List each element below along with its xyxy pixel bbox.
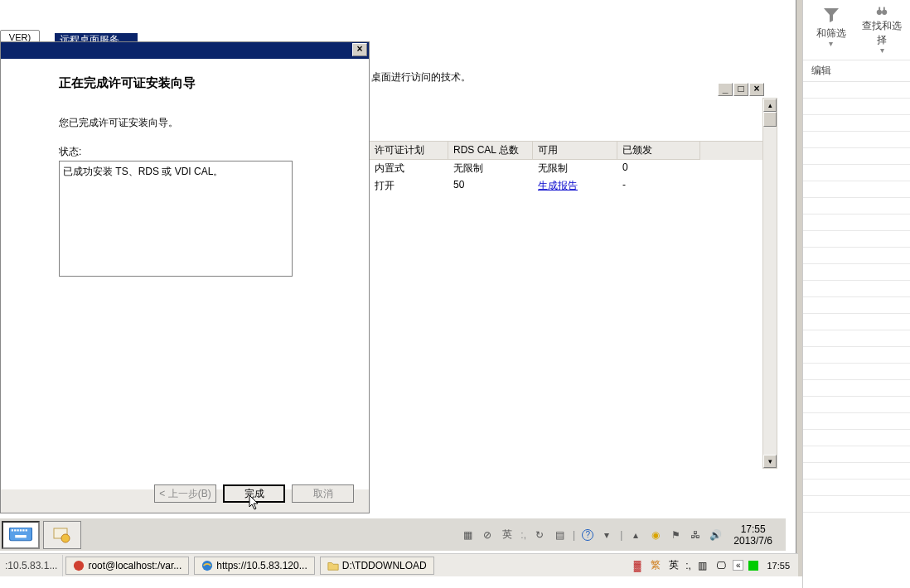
host-clock[interactable]: 17:55 (763, 561, 793, 571)
task-label: https://10.5.83.120... (216, 560, 307, 571)
list-item[interactable] (803, 165, 910, 181)
cell: 打开 (370, 177, 448, 195)
list-item[interactable] (803, 463, 910, 480)
col-available[interactable]: 可用 (533, 142, 617, 160)
wizard-close-button[interactable]: × (352, 43, 367, 56)
list-item[interactable] (803, 314, 910, 330)
taskbar-task-terminal[interactable]: root@localhost:/var... (65, 557, 189, 575)
svg-rect-5 (22, 529, 24, 531)
ime-lang-indicator[interactable]: 英 (667, 559, 680, 572)
tray-grid-icon[interactable]: ▦ (461, 528, 474, 542)
table-row[interactable]: 打开 50 生成报告 - (370, 177, 762, 195)
tray-volume-icon[interactable]: 🔊 (709, 528, 722, 542)
chevron-down-icon: ▾ (829, 39, 833, 48)
tray-status-icon[interactable] (748, 561, 758, 571)
list-item[interactable] (803, 413, 910, 430)
state-textbox[interactable]: 已成功安装 TS、RDS 或 VDI CAL。 (59, 161, 293, 277)
scroll-up-arrow[interactable]: ▴ (763, 99, 777, 112)
tray-refresh-icon[interactable]: ↻ (533, 528, 546, 542)
svg-point-9 (61, 534, 70, 542)
tray-keyboard-icon[interactable]: ▥ (696, 559, 709, 572)
tray-monitor-icon[interactable]: 🖵 (714, 559, 728, 572)
ie-icon (201, 560, 213, 571)
cell: 0 (617, 160, 700, 177)
list-item[interactable] (803, 115, 910, 132)
list-item[interactable] (803, 297, 910, 314)
tray-window-icon[interactable]: ▤ (553, 528, 566, 542)
right-sidebar: 和筛选 ▾ 查找和选择 ▾ 编辑 (802, 0, 910, 588)
tray-network-icon[interactable]: 🖧 (689, 528, 702, 542)
scroll-down-arrow[interactable]: ▾ (763, 455, 777, 468)
list-item[interactable] (803, 99, 910, 115)
list-item[interactable] (803, 148, 910, 165)
session-divider[interactable] (796, 0, 802, 576)
list-item[interactable] (803, 496, 910, 513)
host-taskbar: :10.5.83.1... root@localhost:/var... htt… (0, 553, 798, 576)
tray-prohibit-icon[interactable]: ⊘ (481, 528, 494, 542)
remote-desktop-area: VER) 远程桌面服务 桌面进行访问的技术。 _ □ × ▴ ▾ 许可证计划 R… (0, 0, 802, 588)
svg-rect-6 (26, 529, 27, 531)
tray-app-icon[interactable]: ▓ (631, 559, 644, 572)
col-issued[interactable]: 已颁发 (617, 142, 700, 160)
list-item[interactable] (803, 248, 910, 264)
list-item[interactable] (803, 364, 910, 380)
sep: | (573, 529, 575, 541)
license-install-wizard: × 正在完成许可证安装向导 您已完成许可证安装向导。 状态: 已成功安装 TS、… (0, 41, 370, 513)
wizard-titlebar[interactable]: × (1, 42, 369, 59)
cell: 50 (448, 177, 533, 195)
taskbar-task-folder[interactable]: D:\TDDOWNLOAD (320, 557, 434, 575)
tray-shield-icon[interactable]: ◉ (649, 528, 662, 542)
ime-lang-indicator[interactable]: 英 (501, 528, 514, 542)
tray-caret-icon[interactable]: ▾ (600, 528, 613, 542)
task-label: D:\TDDOWNLOAD (342, 560, 427, 571)
date-text: 2013/7/6 (733, 535, 772, 547)
taskbar-item-cert[interactable] (43, 521, 81, 549)
list-item[interactable] (803, 446, 910, 463)
tray-flag-icon[interactable]: ⚑ (669, 528, 682, 542)
table-row[interactable]: 内置式 无限制 无限制 0 (370, 160, 762, 177)
find-select-button[interactable]: 查找和选择 ▾ (861, 5, 904, 55)
licmgr-minimize-button[interactable]: _ (718, 83, 733, 96)
list-item[interactable] (803, 231, 910, 248)
list-item[interactable] (803, 347, 910, 364)
taskbar-task-browser[interactable]: https://10.5.83.120... (194, 557, 314, 575)
filter-button[interactable]: 和筛选 ▾ (810, 5, 853, 55)
list-item[interactable] (803, 198, 910, 214)
tray-clock[interactable]: 17:55 2013/7/6 (728, 523, 777, 547)
svg-point-13 (882, 10, 887, 15)
taskbar-item-desktop[interactable] (2, 521, 40, 549)
cell: 无限制 (448, 160, 533, 177)
col-plan[interactable]: 许可证计划 (370, 142, 448, 160)
list-item[interactable] (803, 82, 910, 99)
svg-rect-2 (14, 529, 16, 531)
keyboard-icon (9, 528, 32, 542)
finish-button[interactable]: 完成 (223, 484, 285, 503)
host-address-label[interactable]: :10.5.83.1... (0, 555, 63, 576)
list-item[interactable] (803, 480, 910, 496)
list-item[interactable] (803, 281, 910, 297)
list-item[interactable] (803, 430, 910, 446)
binoculars-icon (872, 5, 892, 17)
back-button: < 上一步(B) (154, 484, 216, 503)
list-item[interactable] (803, 132, 910, 148)
list-item[interactable] (803, 214, 910, 231)
list-item[interactable] (803, 397, 910, 413)
tray-show-hidden-icon[interactable]: ▴ (629, 528, 642, 542)
list-item[interactable] (803, 330, 910, 347)
cell: 内置式 (370, 160, 448, 177)
col-total[interactable]: RDS CAL 总数 (448, 142, 533, 160)
list-item[interactable] (803, 264, 910, 281)
generate-report-link[interactable]: 生成报告 (533, 177, 617, 195)
cancel-button: 取消 (292, 484, 354, 503)
right-list[interactable] (803, 82, 910, 546)
tray-expand-button[interactable]: « (733, 560, 744, 571)
tray-yellow-icon[interactable]: 繁 (649, 559, 662, 572)
list-item[interactable] (803, 380, 910, 397)
tray-help-icon[interactable]: ? (582, 529, 593, 541)
licmgr-close-button[interactable]: × (749, 83, 764, 96)
list-item[interactable] (803, 181, 910, 198)
licmgr-scrollbar[interactable]: ▴ ▾ (762, 98, 777, 469)
svg-rect-4 (20, 529, 22, 531)
licmgr-maximize-button[interactable]: □ (733, 83, 748, 96)
scroll-thumb[interactable] (763, 112, 777, 127)
